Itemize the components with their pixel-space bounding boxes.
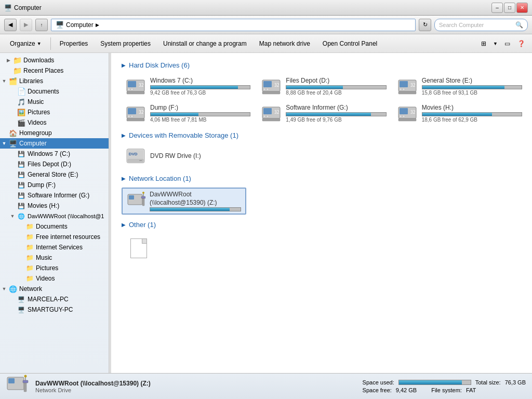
sidebar-item-dav-pictures[interactable]: 📁 Pictures — [0, 263, 109, 273]
sidebar-item-dav-documents[interactable]: 📁 Documents — [0, 221, 109, 232]
folder-dav-pictures-icon: 📁 — [25, 264, 34, 272]
network-drive-item-z[interactable]: DavWWWRoot (\\localhost@15390) (Z:) — [122, 188, 246, 215]
sidebar-item-dav-z[interactable]: ▼ 🌐 DavWWWRoot (\\localhost@1 — [0, 211, 109, 221]
pictures-icon: 🖼️ — [17, 108, 26, 116]
drive-f-size: 4,06 MB free of 7,81 MB — [150, 117, 250, 123]
net-drive-svg — [127, 191, 145, 208]
sidebar-item-windows-c[interactable]: 💾 Windows 7 (C:) — [0, 149, 109, 159]
status-space-info: Space used: Total size: 76,3 GB Space fr… — [363, 379, 526, 393]
sidebar-item-dump-f[interactable]: 💾 Dump (F:) — [0, 180, 109, 190]
organize-button[interactable]: Organize ▼ — [4, 36, 47, 51]
dvd-drive-svg: DVD — [126, 148, 145, 165]
network-section-title: Network Location (1) — [122, 175, 526, 182]
status-space-free-row: Space free: 9,42 GB File system: FAT — [363, 387, 526, 393]
up-button[interactable]: ↑ — [35, 19, 48, 31]
drive-item-dvd[interactable]: DVD DVD RW Drive (I:) — [122, 144, 225, 168]
network-location-title: Network Location (1) — [129, 175, 191, 182]
drive-item-g[interactable]: 32 Software Informer (G:) 1,49 GB free o… — [257, 101, 390, 125]
forward-button[interactable]: ▶ — [20, 19, 32, 31]
sidebar-item-recent-places[interactable]: 📁 Recent Places — [0, 65, 109, 76]
map-drive-label: Map network drive — [259, 40, 310, 47]
drive-c-info: Windows 7 (C:) 9,42 GB free of 76,3 GB — [150, 77, 250, 96]
sidebar-item-free-internet[interactable]: 📁 Free internet resources — [0, 232, 109, 242]
control-panel-label: Open Control Panel — [323, 40, 377, 47]
sidebar-item-videos[interactable]: 🎬 Videos — [0, 117, 109, 128]
refresh-button[interactable]: ↻ — [419, 19, 431, 31]
sidebar-item-homegroup[interactable]: 🏠 Homegroup — [0, 128, 109, 138]
window-title: Computer — [14, 4, 42, 11]
drive-d-svg: 32 — [261, 78, 281, 95]
uninstall-button[interactable]: Uninstall or change a program — [157, 36, 252, 51]
hard-drives-section-title: Hard Disk Drives (6) — [122, 61, 526, 69]
maximize-button[interactable]: □ — [504, 3, 515, 13]
homegroup-icon: 🏠 — [8, 129, 18, 137]
help-button[interactable]: ❓ — [515, 36, 528, 51]
map-drive-button[interactable]: Map network drive — [254, 36, 316, 51]
drive-h-info: Movies (H:) 18,6 GB free of 62,9 GB — [422, 104, 522, 123]
svg-rect-22 — [127, 118, 144, 121]
sidebar-item-documents[interactable]: 📄 Documents — [0, 86, 109, 97]
address-input[interactable]: 🖥️ Computer ▶ — [51, 19, 416, 31]
sidebar-label-dav-z: DavWWWRoot (\\localhost@1 — [28, 213, 104, 219]
other-items-container — [117, 234, 526, 263]
sidebar-item-dav-music[interactable]: 📁 Music — [0, 252, 109, 263]
sidebar-label-files-depot-d: Files Depot (D:) — [28, 161, 71, 168]
sidebar-item-marcela-pc[interactable]: 🖥️ MARCELA-PC — [0, 294, 109, 304]
drive-f-svg: 32 — [126, 105, 145, 122]
drive-g-info: Software Informer (G:) 1,49 GB free of 9… — [286, 104, 386, 123]
status-drive-name: DavWWWRoot (\\localhost@15390) (Z:) — [35, 380, 356, 387]
sidebar-item-internet-services[interactable]: 📁 Internet Services — [0, 242, 109, 252]
arrow-network: ▼ — [0, 286, 8, 291]
sidebar-item-computer[interactable]: ▼ 🖥️ Computer — [0, 138, 109, 149]
sidebar-item-music[interactable]: 🎵 Music — [0, 97, 109, 107]
title-bar: 🖥️ Computer – □ ✕ — [0, 0, 532, 16]
close-button[interactable]: ✕ — [516, 3, 528, 13]
svg-rect-44 — [141, 196, 145, 198]
properties-button[interactable]: Properties — [54, 36, 94, 51]
folder-downloads-icon: 📁 — [12, 56, 22, 64]
control-panel-button[interactable]: Open Control Panel — [317, 36, 383, 51]
sidebar-item-smartguy-pc[interactable]: 🖥️ SMARTGUY-PC — [0, 304, 109, 315]
drive-f-info: Dump (F:) 4,06 MB free of 7,81 MB — [150, 104, 250, 123]
minimize-button[interactable]: – — [491, 3, 503, 13]
system-properties-label: System properties — [100, 40, 151, 47]
drive-item-e[interactable]: 32 General Store (E:) 15,8 GB free of 93… — [393, 74, 526, 98]
svg-text:32: 32 — [274, 110, 280, 115]
system-properties-button[interactable]: System properties — [95, 36, 156, 51]
sidebar-item-movies-h[interactable]: 💾 Movies (H:) — [0, 201, 109, 211]
sidebar-label-dav-videos: Videos — [36, 275, 55, 282]
sidebar-item-network[interactable]: ▼ 🌐 Network — [0, 284, 109, 294]
view-arrow-button[interactable]: ▼ — [491, 36, 500, 51]
status-space-free-value: 9,42 GB — [396, 387, 417, 393]
status-fs-label: File system: — [431, 387, 462, 393]
drive-e-bar — [422, 86, 505, 89]
library-icon: 🗂️ — [8, 77, 18, 85]
search-box[interactable]: Search Computer 🔍 — [434, 19, 528, 31]
svg-rect-40 — [139, 160, 142, 161]
sidebar-label-music: Music — [28, 98, 44, 105]
other-item-1[interactable] — [126, 234, 167, 263]
sidebar-item-files-depot-d[interactable]: 💾 Files Depot (D:) — [0, 159, 109, 169]
sidebar-label-free-internet: Free internet resources — [36, 233, 100, 241]
drive-d-bar — [286, 86, 343, 89]
sidebar-item-libraries[interactable]: ▼ 🗂️ Libraries — [0, 76, 109, 86]
sidebar-item-general-store-e[interactable]: 💾 General Store (E:) — [0, 169, 109, 180]
sidebar-item-downloads[interactable]: ▶ 📁 Downloads — [0, 55, 109, 65]
sidebar-item-dav-videos[interactable]: 📁 Videos — [0, 273, 109, 284]
drive-item-h[interactable]: 32 Movies (H:) 18,6 GB free of 62,9 GB — [393, 101, 526, 125]
sidebar-item-software-g[interactable]: 💾 Software Informer (G:) — [0, 190, 109, 201]
computer-icon: 🖥️ — [8, 139, 18, 148]
dvd-icon-img: DVD — [125, 147, 146, 166]
sidebar-item-pictures[interactable]: 🖼️ Pictures — [0, 107, 109, 117]
sidebar-label-videos: Videos — [28, 119, 46, 126]
svg-rect-3 — [131, 88, 133, 90]
pane-button[interactable]: ▭ — [502, 36, 513, 51]
view-button[interactable]: ⊞ — [478, 36, 489, 51]
drive-item-d[interactable]: 32 Files Depot (D:) 8,88 GB free of 20,4… — [257, 74, 390, 98]
drive-item-c[interactable]: 32 Windows 7 (C:) 9,42 GB free of 76,3 G… — [122, 74, 254, 98]
svg-rect-43 — [142, 198, 144, 206]
folder-internet-services-icon: 📁 — [25, 243, 34, 251]
drive-item-f[interactable]: 32 Dump (F:) 4,06 MB free of 7,81 MB — [122, 101, 254, 125]
back-button[interactable]: ◀ — [4, 19, 17, 31]
window-icon: 🖥️ — [4, 4, 12, 11]
